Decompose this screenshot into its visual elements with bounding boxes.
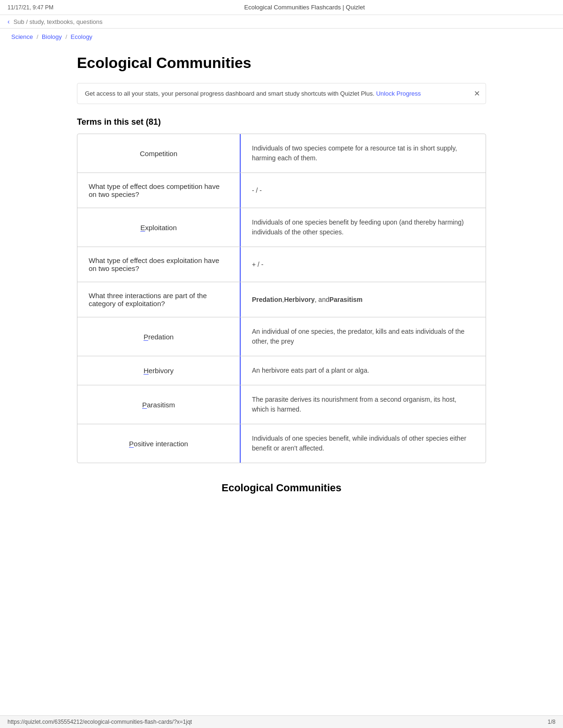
definition-cell: + / - xyxy=(241,247,486,282)
breadcrumb: Science / Biology / Ecology xyxy=(0,29,563,45)
breadcrumb-sep1: / xyxy=(37,33,40,40)
section-footer: Ecological Communities xyxy=(77,482,486,494)
breadcrumb-ecology[interactable]: Ecology xyxy=(71,33,92,40)
breadcrumb-science[interactable]: Science xyxy=(11,33,33,40)
term-cell: What type of effect does exploitation ha… xyxy=(77,247,241,282)
breadcrumb-biology[interactable]: Biology xyxy=(42,33,62,40)
term-cell: Exploitation xyxy=(77,208,241,247)
search-input[interactable] xyxy=(14,18,154,25)
flashcard-table: Competition Individuals of two species c… xyxy=(77,134,486,463)
table-row: Competition Individuals of two species c… xyxy=(77,134,486,173)
term-cell: What type of effect does competition hav… xyxy=(77,173,241,208)
table-row: What type of effect does competition hav… xyxy=(77,173,486,208)
term-cell: What three interactions are part of the … xyxy=(77,282,241,317)
table-row: Parasitism The parasite derives its nour… xyxy=(77,385,486,424)
definition-cell: Individuals of one species benefit by fe… xyxy=(241,208,486,247)
page-heading: Ecological Communities xyxy=(77,54,486,72)
table-row: What type of effect does exploitation ha… xyxy=(77,247,486,282)
definition-cell: An individual of one species, the predat… xyxy=(241,317,486,356)
table-row: Predation An individual of one species, … xyxy=(77,317,486,356)
definition-cell: - / - xyxy=(241,173,486,208)
promo-banner: Get access to all your stats, your perso… xyxy=(77,83,486,104)
term-cell: Parasitism xyxy=(77,385,241,424)
term-cell: Predation xyxy=(77,317,241,356)
main-content: Ecological Communities Get access to all… xyxy=(66,45,497,513)
table-row: What three interactions are part of the … xyxy=(77,282,486,317)
term-cell: Herbivory xyxy=(77,356,241,385)
terms-heading: Terms in this set (81) xyxy=(77,117,486,127)
definition-cell: An herbivore eats part of a plant or alg… xyxy=(241,356,486,385)
breadcrumb-sep2: / xyxy=(65,33,68,40)
top-bar: 11/17/21, 9:47 PM Ecological Communities… xyxy=(0,0,563,15)
table-row: Positive interaction Individuals of one … xyxy=(77,424,486,463)
term-cell: Positive interaction xyxy=(77,424,241,463)
page-title-tab: Ecological Communities Flashcards | Quiz… xyxy=(53,4,555,11)
definition-cell: The parasite derives its nourishment fro… xyxy=(241,385,486,424)
definition-cell: Individuals of two species compete for a… xyxy=(241,134,486,173)
table-row: Herbivory An herbivore eats part of a pl… xyxy=(77,356,486,385)
search-bar: ‹ xyxy=(0,15,563,29)
table-row: Exploitation Individuals of one species … xyxy=(77,208,486,247)
close-button[interactable]: ✕ xyxy=(474,89,480,98)
definition-cell: Predation, Herbivory, and Parasitism xyxy=(241,282,486,317)
promo-text: Get access to all your stats, your perso… xyxy=(85,90,374,97)
section-footer-title: Ecological Communities xyxy=(77,482,486,494)
term-cell: Competition xyxy=(77,134,241,173)
datetime: 11/17/21, 9:47 PM xyxy=(8,4,53,11)
definition-cell: Individuals of one species benefit, whil… xyxy=(241,424,486,463)
back-icon[interactable]: ‹ xyxy=(8,18,10,25)
promo-link[interactable]: Unlock Progress xyxy=(376,90,421,97)
